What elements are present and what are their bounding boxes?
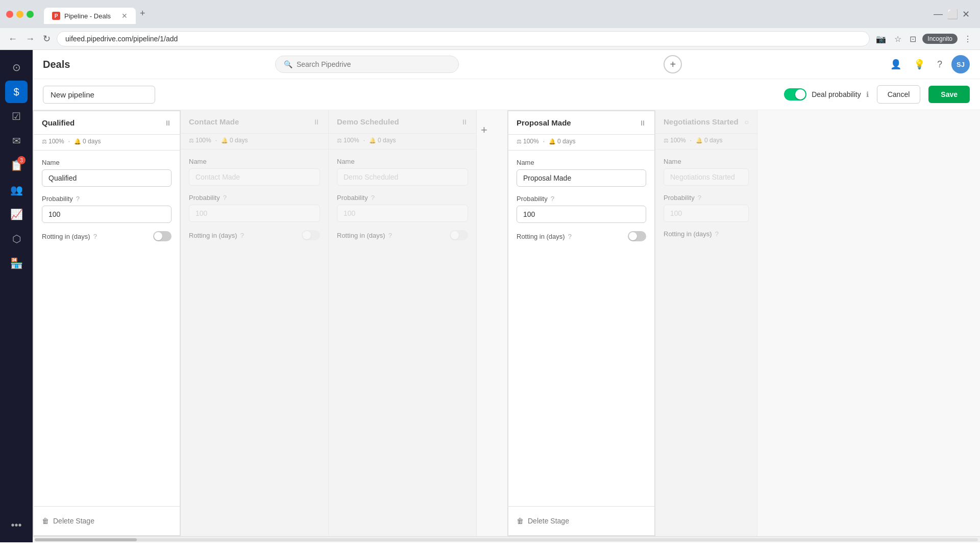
tab-close-icon[interactable]: ✕ [121,12,128,20]
incognito-button[interactable]: Incognito [922,34,958,44]
avatar[interactable]: SJ [951,55,970,73]
stage-meta-demo-scheduled: ⚖ 100% · 🔔 0 days [329,134,476,149]
active-tab[interactable]: P Pipeline - Deals ✕ [44,8,136,24]
forward-button[interactable]: → [23,32,37,46]
deal-probability-toggle[interactable] [784,88,806,101]
rotting-toggle-qualified[interactable] [153,231,172,241]
rotting-toggle-demo-scheduled[interactable] [450,230,468,240]
rotting-help-icon-negotiations-started[interactable]: ? [715,230,719,238]
sidebar-bottom: ••• [5,514,28,536]
bulb-icon[interactable]: 💡 [911,56,928,73]
prob-help-icon-proposal-made[interactable]: ? [551,195,554,203]
pipeline-name-input[interactable] [43,86,155,104]
deal-probability-info-icon[interactable]: ℹ [866,90,869,98]
prob-input-contact-made[interactable] [189,205,320,222]
name-input-negotiations-started[interactable] [664,168,749,186]
address-bar[interactable]: uifeed.pipedrive.com/pipeline/1/add [57,31,870,46]
sidebar-item-analytics[interactable]: 📈 [5,203,28,226]
rotting-help-icon-proposal-made[interactable]: ? [568,233,572,240]
stage-drag-demo-scheduled[interactable]: ⏸ [461,118,468,126]
sidebar-item-deals[interactable]: $ [5,81,28,103]
prob-label-demo-scheduled: Probability ? [337,194,468,202]
trash-icon-qualified: 🗑 [42,517,49,525]
close-button[interactable] [6,11,13,18]
delete-stage-button-proposal-made[interactable]: 🗑 Delete Stage [517,515,569,527]
clock-icon-qualified: 🔔 [74,138,81,145]
name-input-contact-made[interactable] [189,168,320,186]
name-input-qualified[interactable] [42,169,172,187]
sidebar-item-more[interactable]: ••• [5,514,28,536]
stage-drag-negotiations-started[interactable]: ○ [745,118,749,126]
sidebar-item-products[interactable]: ⬡ [5,228,28,250]
rotting-toggle-contact-made[interactable] [302,230,320,240]
maximize-button[interactable] [27,11,34,18]
sidebar-item-mail[interactable]: ✉ [5,130,28,152]
add-stage-button[interactable]: + [477,110,507,536]
minimize-button[interactable] [16,11,23,18]
stage-drag-contact-made[interactable]: ⏸ [313,118,320,126]
scrollbar-thumb[interactable] [35,538,137,541]
star-icon[interactable]: ☆ [892,32,903,46]
home-icon: ⊙ [12,61,21,73]
rotting-help-icon-contact-made[interactable]: ? [240,232,244,239]
browser-chrome: P Pipeline - Deals ✕ + — ⬜ ✕ ← → ↻ uifee… [0,0,980,50]
stage-title-negotiations-started: Negotiations Started [664,117,741,126]
name-field-group-qualified: Name [42,159,172,187]
prob-input-proposal-made[interactable] [517,206,646,223]
stage-column-qualified: Qualified ⏸ ⚖ 100% · 🔔 0 days [33,110,181,536]
prob-field-group-negotiations-started: Probability ? [664,194,749,222]
prob-input-negotiations-started[interactable] [664,205,749,222]
camera-icon[interactable]: 📷 [874,32,888,46]
header-actions: 👤 💡 ? SJ [887,55,970,73]
prob-help-icon-qualified[interactable]: ? [76,195,80,203]
stage-body-negotiations-started: Name Probability ? Rottin [655,149,757,536]
rotting-help-icon-demo-scheduled[interactable]: ? [388,232,392,239]
address-bar-row: ← → ↻ uifeed.pipedrive.com/pipeline/1/ad… [0,28,980,49]
rotting-row-contact-made: Rotting in (days) ? [189,230,320,240]
refresh-button[interactable]: ↻ [41,31,53,46]
menu-icon[interactable]: ⋮ [962,32,974,46]
minimize-window-icon[interactable]: — [934,9,943,20]
split-screen-icon[interactable]: ⊡ [908,32,918,46]
prob-input-qualified[interactable] [42,206,172,223]
search-bar[interactable]: 🔍 [275,56,459,73]
new-tab-button[interactable]: + [136,4,150,23]
prob-label-negotiations-started: Probability ? [664,194,749,202]
sidebar-item-home[interactable]: ⊙ [5,56,28,79]
help-icon[interactable]: ? [934,56,945,73]
prob-field-group-demo-scheduled: Probability ? [337,194,468,222]
name-label-contact-made: Name [189,158,320,165]
prob-help-icon-contact-made[interactable]: ? [223,194,227,202]
sidebar-item-activities[interactable]: ☑ [5,105,28,128]
rotting-toggle-proposal-made[interactable] [628,231,646,241]
prob-help-icon-demo-scheduled[interactable]: ? [371,194,375,202]
stage-drag-qualified[interactable]: ⏸ [164,119,172,127]
maximize-window-icon[interactable]: ⬜ [947,9,958,20]
delete-stage-button-qualified[interactable]: 🗑 Delete Stage [42,515,94,527]
add-button[interactable]: + [664,55,682,73]
rotting-row-qualified: Rotting in (days) ? [42,231,172,241]
name-input-demo-scheduled[interactable] [337,168,468,186]
stage-column-demo-scheduled: Demo Scheduled ⏸ ⚖ 100% · 🔔 0 days [329,110,477,536]
contacts-icon: 👥 [10,184,23,196]
stage-column-contact-made: Contact Made ⏸ ⚖ 100% · 🔔 0 days [181,110,329,536]
sidebar-item-marketplace[interactable]: 🏪 [5,252,28,274]
search-input[interactable] [297,60,450,68]
name-input-proposal-made[interactable] [517,169,646,187]
rotting-help-icon-qualified[interactable]: ? [93,233,97,240]
prob-input-demo-scheduled[interactable] [337,205,468,222]
sidebar-item-notifications[interactable]: 📋 3 [5,154,28,177]
close-window-icon[interactable]: ✕ [962,9,970,20]
cancel-button[interactable]: Cancel [877,85,921,104]
save-button[interactable]: Save [928,86,970,103]
search-icon: 🔍 [284,60,292,68]
stage-header-qualified: Qualified ⏸ [34,111,180,135]
prob-help-icon-negotiations-started[interactable]: ? [698,194,701,202]
stage-meta-qualified: ⚖ 100% · 🔔 0 days [34,135,180,151]
stage-title-qualified: Qualified [42,118,160,127]
sidebar-item-contacts[interactable]: 👥 [5,179,28,201]
bottom-scrollbar[interactable] [33,536,980,542]
back-button[interactable]: ← [6,32,19,46]
stage-drag-proposal-made[interactable]: ⏸ [639,119,646,127]
people-icon[interactable]: 👤 [887,56,904,73]
